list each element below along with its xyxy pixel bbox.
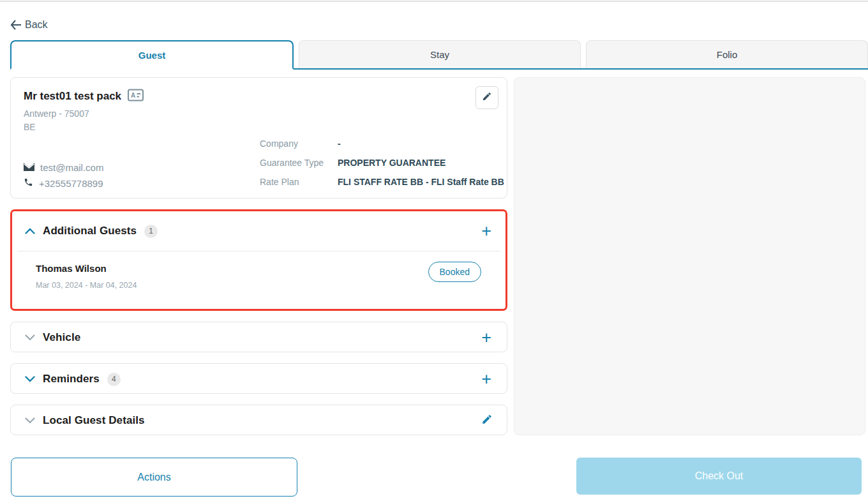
footer-bar: Actions Check Out	[0, 435, 868, 501]
guest-name: Mr test01 test pack	[24, 90, 121, 103]
back-label: Back	[25, 19, 48, 31]
guest-phone-row: +32555778899	[24, 177, 103, 189]
reminders-header[interactable]: Reminders 4 +	[11, 364, 507, 394]
tab-bar: Guest Stay Folio	[10, 40, 868, 70]
guest-detail-page: Back Guest Stay Folio Mr test01 test pac…	[0, 0, 868, 501]
vehicle-title: Vehicle	[43, 331, 80, 344]
guest-email-row: test@mail.com	[24, 162, 103, 173]
actions-button[interactable]: Actions	[11, 458, 297, 497]
field-guarantee-type-value: PROPERTY GUARANTEE	[338, 156, 445, 169]
tab-folio[interactable]: Folio	[586, 40, 868, 68]
field-company: Company -	[260, 137, 504, 150]
additional-guests-card: Additional Guests 1 + Thomas Wilson Mar …	[10, 209, 507, 311]
local-guest-details-header[interactable]: Local Guest Details	[11, 405, 507, 435]
back-arrow-icon	[10, 20, 22, 30]
pencil-icon	[481, 414, 493, 428]
add-vehicle-button[interactable]: +	[480, 329, 493, 347]
field-rate-plan-label: Rate Plan	[260, 176, 338, 188]
guest-address-city: Antwerp - 75007	[24, 108, 89, 119]
additional-guests-header[interactable]: Additional Guests 1 +	[12, 211, 505, 251]
guest-address-country: BE	[24, 122, 36, 132]
chevron-up-icon[interactable]	[25, 225, 35, 237]
tab-stay-label: Stay	[430, 49, 449, 60]
detail-side-panel	[514, 77, 865, 435]
vehicle-card: Vehicle +	[10, 322, 507, 352]
additional-guest-dates: Mar 03, 2024 - Mar 04, 2024	[36, 281, 137, 290]
reminders-card: Reminders 4 +	[10, 363, 507, 394]
local-guest-details-card: Local Guest Details	[10, 405, 507, 435]
tab-stay[interactable]: Stay	[299, 40, 581, 68]
local-guest-details-title: Local Guest Details	[43, 414, 145, 427]
svg-text:A: A	[131, 92, 135, 99]
additional-guest-name: Thomas Wilson	[36, 263, 107, 274]
edit-guest-button[interactable]	[475, 86, 498, 109]
additional-guests-title: Additional Guests	[43, 225, 137, 237]
contact-card-icon: A	[128, 89, 144, 104]
additional-guests-count-badge: 1	[144, 225, 158, 238]
chevron-down-icon[interactable]	[25, 415, 35, 426]
field-company-value: -	[338, 137, 341, 150]
reminders-title: Reminders	[43, 373, 100, 385]
chevron-down-icon[interactable]	[25, 332, 35, 343]
field-guarantee-type-label: Guarantee Type	[260, 156, 338, 169]
phone-icon	[24, 177, 33, 189]
main-content: Mr test01 test pack A Antwerp - 75007 BE	[0, 71, 868, 435]
guest-info-card: Mr test01 test pack A Antwerp - 75007 BE	[10, 77, 507, 198]
add-reminder-button[interactable]: +	[480, 371, 493, 388]
pencil-icon	[482, 91, 492, 104]
tab-folio-label: Folio	[717, 49, 738, 60]
back-button[interactable]: Back	[10, 19, 48, 31]
status-badge[interactable]: Booked	[428, 262, 481, 282]
field-rate-plan-value: FLI STAFF RATE BB - FLI Staff Rate BB	[338, 176, 504, 188]
chevron-down-icon[interactable]	[25, 373, 35, 385]
email-icon	[24, 162, 34, 173]
field-company-label: Company	[260, 137, 338, 150]
guest-column: Mr test01 test pack A Antwerp - 75007 BE	[10, 77, 507, 435]
edit-local-guest-details-button[interactable]	[481, 414, 493, 428]
check-out-button[interactable]: Check Out	[576, 458, 862, 495]
window-top-edge	[0, 0, 868, 2]
guest-phone: +32555778899	[39, 178, 103, 189]
reminders-count-badge: 4	[107, 373, 121, 386]
field-guarantee-type: Guarantee Type PROPERTY GUARANTEE	[260, 156, 504, 169]
field-rate-plan: Rate Plan FLI STAFF RATE BB - FLI Staff …	[260, 176, 504, 188]
tab-guest-label: Guest	[138, 50, 166, 61]
guest-contact-block: test@mail.com +32555778899	[24, 162, 103, 189]
vehicle-header[interactable]: Vehicle +	[11, 322, 507, 353]
guest-email: test@mail.com	[40, 162, 103, 173]
additional-guest-row[interactable]: Thomas Wilson Mar 03, 2024 - Mar 04, 202…	[12, 251, 505, 310]
tab-guest[interactable]: Guest	[10, 40, 294, 70]
reservation-fields: Company - Guarantee Type PROPERTY GUARAN…	[260, 137, 504, 188]
add-additional-guest-button[interactable]: +	[480, 223, 493, 240]
